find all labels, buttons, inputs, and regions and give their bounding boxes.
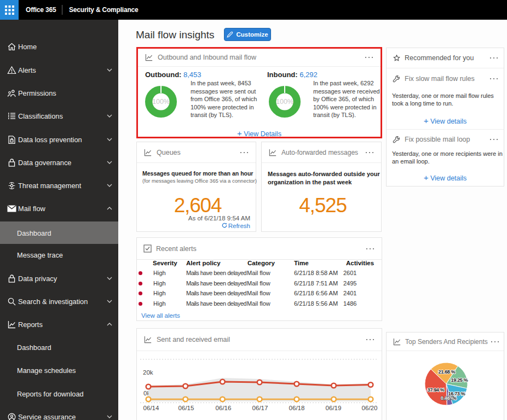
svg-text:06/16: 06/16 xyxy=(216,405,232,411)
svg-text:21.68 %: 21.68 % xyxy=(439,369,456,375)
svg-text:37.94 %: 37.94 % xyxy=(428,387,445,393)
svg-text:100%: 100% xyxy=(276,98,293,106)
svg-text:06/14: 06/14 xyxy=(143,405,159,411)
svg-text:06/19: 06/19 xyxy=(326,405,342,411)
svg-text:19.25 %: 19.25 % xyxy=(451,377,468,383)
svg-text:06/17: 06/17 xyxy=(252,405,268,411)
svg-text:100%: 100% xyxy=(152,98,170,106)
svg-text:06/15: 06/15 xyxy=(178,405,194,411)
svg-text:06/18: 06/18 xyxy=(289,405,305,411)
svg-text:0.46%: 0.46% xyxy=(441,395,454,401)
svg-text:20k: 20k xyxy=(143,369,153,376)
svg-text:06/20: 06/20 xyxy=(362,405,378,411)
